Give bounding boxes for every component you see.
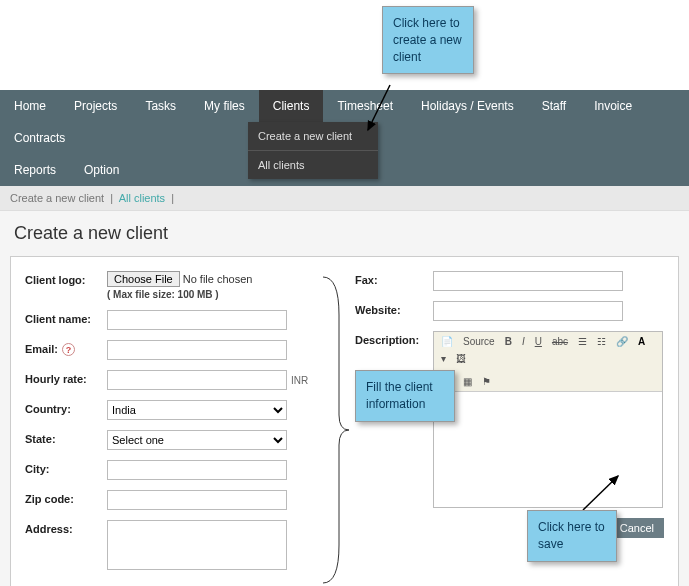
- nav-home[interactable]: Home: [0, 90, 60, 122]
- nav-holidays[interactable]: Holidays / Events: [407, 90, 528, 122]
- nav-contracts[interactable]: Contracts: [0, 122, 79, 154]
- editor-source-icon[interactable]: 📄: [439, 336, 455, 347]
- editor-italic-button[interactable]: I: [520, 336, 527, 347]
- label-email: Email:?: [25, 340, 107, 356]
- client-name-input[interactable]: [107, 310, 287, 330]
- max-file-note: ( Max file size: 100 MB ): [107, 289, 325, 300]
- label-description: Description:: [355, 331, 433, 346]
- callout-create-client: Click here to create a new client: [382, 6, 474, 74]
- page-title: Create a new client: [10, 223, 679, 244]
- label-city: City:: [25, 460, 107, 475]
- state-select[interactable]: Select one: [107, 430, 287, 450]
- editor-flag-icon[interactable]: ⚑: [480, 376, 493, 387]
- editor-strike-button[interactable]: abc: [550, 336, 570, 347]
- nav-projects[interactable]: Projects: [60, 90, 131, 122]
- label-zip: Zip code:: [25, 490, 107, 505]
- label-fax: Fax:: [355, 271, 433, 286]
- email-input[interactable]: [107, 340, 287, 360]
- callout-save: Click here to save: [527, 510, 617, 562]
- no-file-text: No file chosen: [183, 273, 253, 285]
- label-state: State:: [25, 430, 107, 445]
- nav-reports[interactable]: Reports: [0, 154, 70, 186]
- nav-myfiles[interactable]: My files: [190, 90, 259, 122]
- form-left-column: Client logo: Choose FileNo file chosen (…: [25, 271, 325, 586]
- editor-list-icon[interactable]: ☰: [576, 336, 589, 347]
- editor-embed-icon[interactable]: ▦: [461, 376, 474, 387]
- editor-source-button[interactable]: Source: [461, 336, 497, 347]
- action-buttons: Save Cancel: [355, 518, 664, 538]
- editor-dropdown-icon[interactable]: ▾: [439, 353, 448, 364]
- rate-currency: INR: [291, 375, 308, 386]
- label-client-name: Client name:: [25, 310, 107, 325]
- arrow-to-save: [578, 470, 638, 515]
- zip-input[interactable]: [107, 490, 287, 510]
- editor-numlist-icon[interactable]: ☷: [595, 336, 608, 347]
- breadcrumb-current: Create a new client: [10, 192, 104, 204]
- cancel-button[interactable]: Cancel: [610, 518, 664, 538]
- city-input[interactable]: [107, 460, 287, 480]
- label-website: Website:: [355, 301, 433, 316]
- editor-underline-button[interactable]: U: [533, 336, 544, 347]
- svg-line-0: [368, 85, 390, 130]
- label-address: Address:: [25, 520, 107, 535]
- breadcrumb: Create a new client | All clients |: [0, 186, 689, 211]
- svg-line-1: [583, 476, 618, 510]
- brace-decoration: [321, 275, 351, 585]
- arrow-to-dropdown: [320, 80, 400, 140]
- email-help-icon[interactable]: ?: [62, 343, 75, 356]
- dropdown-all-clients[interactable]: All clients: [248, 151, 378, 179]
- choose-file-button[interactable]: Choose File: [107, 271, 180, 287]
- callout-fill-info: Fill the client information: [355, 370, 455, 422]
- editor-bold-button[interactable]: B: [503, 336, 514, 347]
- editor-image-icon[interactable]: 🖼: [454, 353, 468, 364]
- country-select[interactable]: India: [107, 400, 287, 420]
- nav-clients[interactable]: Clients: [259, 90, 324, 122]
- header-area: Click here to create a new client: [0, 0, 689, 90]
- label-hourly-rate: Hourly rate:: [25, 370, 107, 385]
- editor-textcolor-button[interactable]: A: [636, 336, 647, 347]
- address-input[interactable]: [107, 520, 287, 570]
- fax-input[interactable]: [433, 271, 623, 291]
- hourly-rate-input[interactable]: [107, 370, 287, 390]
- breadcrumb-all-clients[interactable]: All clients: [119, 192, 165, 204]
- nav-staff[interactable]: Staff: [528, 90, 580, 122]
- form-right-column: Fax: Website: Description: 📄 Source: [355, 271, 664, 586]
- nav-invoice[interactable]: Invoice: [580, 90, 646, 122]
- nav-option[interactable]: Option: [70, 154, 133, 186]
- editor-link-icon[interactable]: 🔗: [614, 336, 630, 347]
- label-client-logo: Client logo:: [25, 271, 107, 286]
- nav-tasks[interactable]: Tasks: [131, 90, 190, 122]
- editor-toolbar: 📄 Source B I U abc ☰ ☷ 🔗 A ▾: [434, 332, 662, 392]
- label-country: Country:: [25, 400, 107, 415]
- website-input[interactable]: [433, 301, 623, 321]
